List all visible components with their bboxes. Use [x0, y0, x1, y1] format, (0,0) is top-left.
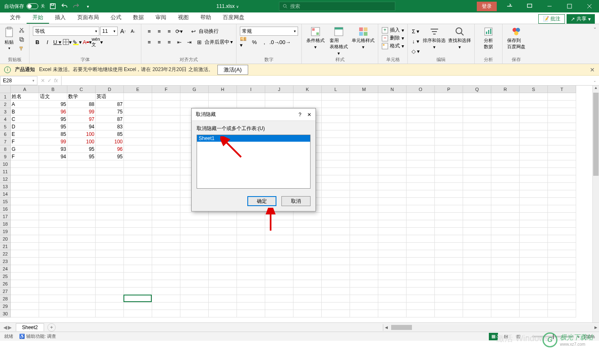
cell-T23[interactable]	[548, 258, 576, 265]
cell-Q11[interactable]	[463, 168, 491, 175]
font-size-select[interactable]: 11▾	[100, 27, 118, 36]
cell-B21[interactable]	[39, 243, 67, 250]
cell-T30[interactable]	[548, 310, 576, 317]
cut-icon[interactable]	[17, 27, 26, 34]
cell-B16[interactable]	[39, 205, 67, 213]
cell-T13[interactable]	[548, 183, 576, 190]
vertical-scrollbar[interactable]: ▲	[592, 86, 599, 322]
cell-O15[interactable]	[407, 198, 435, 205]
select-all-cell[interactable]	[0, 86, 11, 93]
decrease-font-icon[interactable]: A↓	[128, 27, 138, 36]
cell-H26[interactable]	[209, 280, 237, 288]
cell-N24[interactable]	[378, 265, 407, 273]
cell-J21[interactable]	[265, 243, 293, 250]
cell-B28[interactable]	[39, 295, 67, 303]
row-header-20[interactable]: 20	[0, 235, 11, 243]
cell-L2[interactable]	[322, 101, 350, 108]
menu-tab-6[interactable]: 审阅	[150, 12, 172, 24]
cell-O12[interactable]	[407, 175, 435, 183]
cell-O14[interactable]	[407, 190, 435, 198]
cell-L30[interactable]	[322, 310, 350, 317]
cell-I28[interactable]	[237, 295, 265, 303]
cell-M11[interactable]	[350, 168, 378, 175]
cell-N28[interactable]	[378, 295, 407, 303]
cell-N5[interactable]	[378, 123, 407, 130]
sheet-next-icon[interactable]: ▶	[8, 325, 12, 330]
cell-N7[interactable]	[378, 138, 407, 145]
cell-D4[interactable]: 87	[96, 116, 124, 123]
cell-S30[interactable]	[520, 310, 548, 317]
close-icon[interactable]	[580, 0, 599, 12]
cell-P28[interactable]	[435, 295, 463, 303]
cell-O5[interactable]	[407, 123, 435, 130]
cell-O27[interactable]	[407, 288, 435, 295]
cell-F3[interactable]	[152, 108, 180, 116]
row-header-21[interactable]: 21	[0, 243, 11, 250]
cell-B26[interactable]	[39, 280, 67, 288]
cell-T24[interactable]	[548, 265, 576, 273]
delete-cells-button[interactable]: −删除 ▾	[382, 34, 404, 42]
cell-R3[interactable]	[491, 108, 520, 116]
fill-color-icon[interactable]: ▾	[73, 37, 82, 47]
cell-M16[interactable]	[350, 205, 378, 213]
cell-D1[interactable]: 英语	[96, 93, 124, 101]
cell-O10[interactable]	[407, 160, 435, 168]
cell-H24[interactable]	[209, 265, 237, 273]
font-name-select[interactable]: 等线▾	[33, 27, 99, 36]
cell-L29[interactable]	[322, 303, 350, 310]
cell-O6[interactable]	[407, 130, 435, 138]
cell-C28[interactable]	[67, 295, 96, 303]
row-header-19[interactable]: 19	[0, 228, 11, 235]
cell-D12[interactable]	[96, 175, 124, 183]
undo-icon[interactable]	[61, 2, 68, 10]
cell-L4[interactable]	[322, 116, 350, 123]
cell-M6[interactable]	[350, 130, 378, 138]
cell-F17[interactable]	[152, 213, 180, 220]
cell-K28[interactable]	[293, 295, 322, 303]
cell-C10[interactable]	[67, 160, 96, 168]
cell-D10[interactable]	[96, 160, 124, 168]
cell-D8[interactable]: 96	[96, 145, 124, 153]
cell-N25[interactable]	[378, 273, 407, 280]
cell-O21[interactable]	[407, 243, 435, 250]
cell-R21[interactable]	[491, 243, 520, 250]
cell-L11[interactable]	[322, 168, 350, 175]
cell-N16[interactable]	[378, 205, 407, 213]
menu-tab-9[interactable]: 百度网盘	[217, 12, 250, 24]
row-header-15[interactable]: 15	[0, 198, 11, 205]
cell-S27[interactable]	[520, 288, 548, 295]
cell-P22[interactable]	[435, 250, 463, 258]
cell-T17[interactable]	[548, 213, 576, 220]
cell-Q19[interactable]	[463, 228, 491, 235]
clear-icon[interactable]: ◇ ▾	[411, 47, 420, 56]
cell-E24[interactable]	[124, 265, 152, 273]
cell-D22[interactable]	[96, 250, 124, 258]
dialog-listbox[interactable]: Sheet1	[197, 135, 311, 189]
cell-L27[interactable]	[322, 288, 350, 295]
cell-H28[interactable]	[209, 295, 237, 303]
cell-R26[interactable]	[491, 280, 520, 288]
notification-close-icon[interactable]: ✕	[590, 66, 595, 73]
cell-M25[interactable]	[350, 273, 378, 280]
cell-R7[interactable]	[491, 138, 520, 145]
cell-F22[interactable]	[152, 250, 180, 258]
qat-dropdown-icon[interactable]: ▾	[84, 2, 91, 10]
cell-D27[interactable]	[96, 288, 124, 295]
cell-H21[interactable]	[209, 243, 237, 250]
cell-B6[interactable]: 85	[39, 130, 67, 138]
cell-G25[interactable]	[180, 273, 209, 280]
cell-R4[interactable]	[491, 116, 520, 123]
cell-S8[interactable]	[520, 145, 548, 153]
cell-L28[interactable]	[322, 295, 350, 303]
cell-K25[interactable]	[293, 273, 322, 280]
cell-P2[interactable]	[435, 101, 463, 108]
cell-H29[interactable]	[209, 303, 237, 310]
menu-tab-4[interactable]: 公式	[105, 12, 127, 24]
cell-P19[interactable]	[435, 228, 463, 235]
cell-O29[interactable]	[407, 303, 435, 310]
cell-G22[interactable]	[180, 250, 209, 258]
cell-I23[interactable]	[237, 258, 265, 265]
number-format-select[interactable]: 常规▾	[240, 27, 298, 36]
cell-H18[interactable]	[209, 220, 237, 228]
cell-I19[interactable]	[237, 228, 265, 235]
